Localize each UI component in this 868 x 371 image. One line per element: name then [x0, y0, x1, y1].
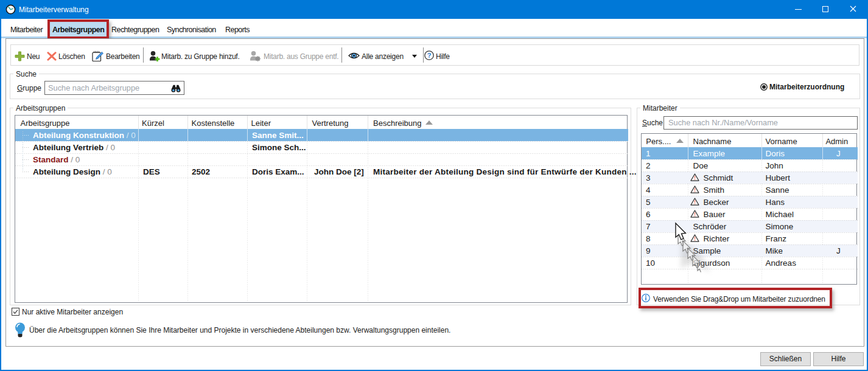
svg-text:?: ? — [427, 52, 432, 59]
